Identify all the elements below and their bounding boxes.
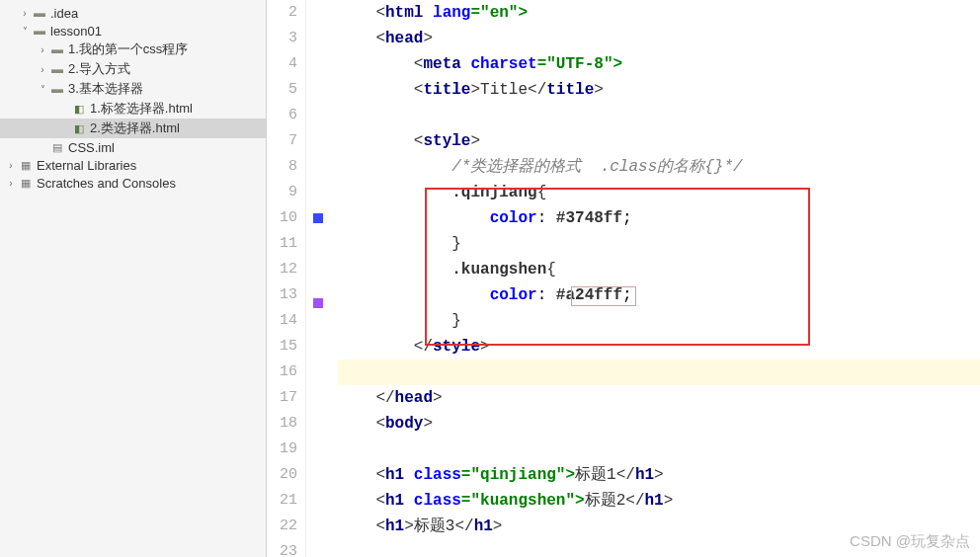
code-line: .qinjiang{ (338, 180, 980, 205)
code-line: } (338, 308, 980, 334)
code-line: /*类选择器的格式 .class的名称{}*/ (338, 154, 980, 180)
tree-item-label: 2.导入方式 (68, 60, 130, 78)
gutter-marker-slot (306, 401, 330, 427)
tree-item-label: CSS.iml (68, 140, 115, 155)
code-line (338, 437, 980, 462)
tree-item[interactable]: ◧1.标签选择器.html (0, 99, 266, 119)
tree-item-label: 3.基本选择器 (68, 80, 143, 98)
gutter-marker-slot (306, 51, 330, 77)
folder-icon: ▬ (32, 23, 47, 39)
line-number: 6 (267, 103, 297, 128)
tree-item-label: lesson01 (50, 24, 102, 39)
line-number: 9 (267, 180, 297, 205)
line-number: 12 (267, 257, 297, 282)
tree-item[interactable]: ›▦External Libraries (0, 156, 266, 174)
tree-item[interactable]: ›▬.idea (0, 4, 266, 22)
gutter-marker-slot (306, 77, 330, 103)
gutter-marker-slot (306, 375, 330, 401)
tree-item-label: 2.类选择器.html (90, 119, 180, 137)
code-line: <h1 class="qinjiang">标题1</h1> (338, 462, 980, 488)
tree-item[interactable]: ▤CSS.iml (0, 138, 266, 156)
line-number: 20 (267, 462, 297, 488)
code-line: } (338, 231, 980, 257)
line-number: 3 (267, 26, 297, 51)
tree-arrow-icon[interactable]: › (36, 44, 49, 55)
line-number: 7 (267, 128, 297, 154)
code-line: <meta charset="UTF-8"> (338, 51, 980, 77)
gutter-marker-slot (306, 504, 330, 529)
tree-arrow-icon[interactable]: ˅ (18, 26, 32, 37)
file-icon: ▤ (49, 139, 65, 155)
code-line: color: #3748ff; (338, 205, 980, 231)
tree-arrow-icon[interactable]: › (4, 160, 18, 171)
line-number: 4 (267, 51, 297, 77)
tree-item[interactable]: ›▦Scratches and Consoles (0, 174, 266, 192)
gutter-marker-slot (306, 128, 330, 154)
code-line: <style> (338, 128, 980, 154)
tree-item-label: 1.我的第一个css程序 (68, 40, 188, 58)
code-editor[interactable]: 234567891011121314151617181920212223 <ht… (267, 0, 980, 557)
code-line: </head> (338, 385, 980, 411)
line-number: 16 (267, 359, 297, 385)
folder-icon: ▬ (49, 81, 65, 97)
code-line: <body> (338, 411, 980, 437)
library-icon: ▦ (18, 157, 34, 173)
tree-item-label: .idea (50, 6, 78, 21)
code-line: <head> (338, 26, 980, 51)
html-file-icon: ◧ (71, 101, 87, 117)
project-sidebar: ›▬.idea˅▬lesson01›▬1.我的第一个css程序›▬2.导入方式˅… (0, 0, 267, 557)
library-icon: ▦ (18, 175, 34, 191)
line-number: 18 (267, 411, 297, 437)
tree-item[interactable]: ˅▬3.基本选择器 (0, 79, 266, 99)
gutter-markers (306, 0, 330, 557)
line-number: 22 (267, 514, 297, 539)
line-number: 17 (267, 385, 297, 411)
tree-item-label: 1.标签选择器.html (90, 100, 193, 118)
line-number: 14 (267, 308, 297, 334)
tree-arrow-icon[interactable]: ˅ (36, 84, 49, 95)
line-numbers: 234567891011121314151617181920212223 (267, 0, 306, 557)
tree-item-label: Scratches and Consoles (37, 176, 176, 191)
tree-item[interactable]: ◧2.类选择器.html (0, 119, 266, 138)
color-marker-icon[interactable] (313, 213, 323, 223)
tree-item-label: External Libraries (37, 158, 136, 173)
gutter-marker-slot (306, 103, 330, 128)
line-number: 13 (267, 282, 297, 308)
gutter-marker-slot (306, 213, 330, 239)
line-number: 10 (267, 205, 297, 231)
code-line-current (338, 359, 980, 385)
line-number: 21 (267, 488, 297, 514)
tree-item[interactable]: ˅▬lesson01 (0, 22, 266, 40)
gutter-marker-slot (306, 350, 330, 375)
tree-arrow-icon[interactable]: › (4, 178, 18, 189)
folder-icon: ▬ (49, 61, 65, 77)
tree-item[interactable]: ›▬1.我的第一个css程序 (0, 40, 266, 59)
folder-icon: ▬ (49, 41, 65, 57)
line-number: 11 (267, 231, 297, 257)
tree-arrow-icon[interactable]: › (36, 64, 49, 75)
folder-icon: ▬ (32, 5, 47, 21)
gutter-marker-slot (306, 529, 330, 555)
line-number: 15 (267, 334, 297, 359)
line-number: 2 (267, 0, 297, 26)
gutter-marker-slot (306, 265, 330, 290)
color-marker-icon[interactable] (313, 298, 323, 308)
watermark: CSDN @玩复杂点 (850, 532, 970, 551)
tree-arrow-icon[interactable]: › (18, 8, 32, 19)
gutter-marker-slot (306, 26, 330, 51)
line-number: 19 (267, 437, 297, 462)
line-number: 8 (267, 154, 297, 180)
line-number: 23 (267, 539, 297, 557)
gutter-marker-slot (306, 324, 330, 350)
gutter-marker-slot (306, 478, 330, 504)
code-line: </style> (338, 334, 980, 359)
gutter-marker-slot (306, 427, 330, 452)
gutter-marker-slot (306, 154, 330, 180)
tree-item[interactable]: ›▬2.导入方式 (0, 59, 266, 79)
line-number: 5 (267, 77, 297, 103)
code-line: <title>Title</title> (338, 77, 980, 103)
code-line (338, 103, 980, 128)
code-content[interactable]: <html lang="en"> <head> <meta charset="U… (330, 0, 980, 557)
gutter-marker-slot (306, 180, 330, 205)
code-line: .kuangshen{ (338, 257, 980, 282)
